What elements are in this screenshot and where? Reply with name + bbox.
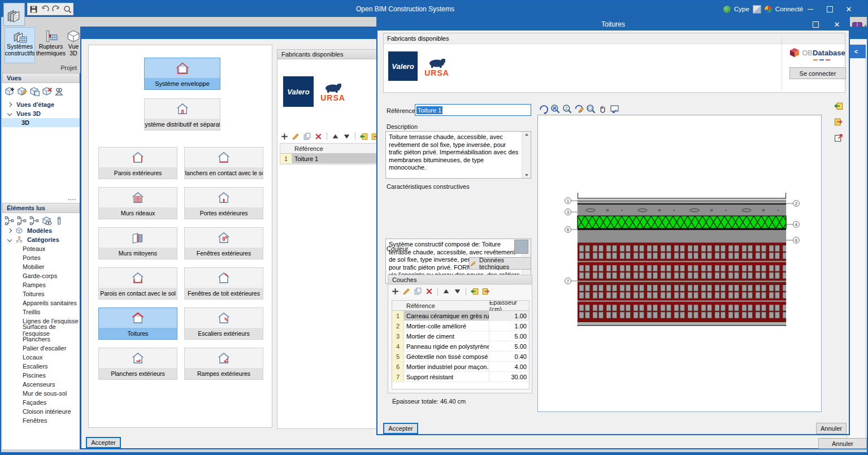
tree-item-categories[interactable]: Catégories bbox=[2, 235, 80, 244]
add-icon[interactable] bbox=[280, 132, 289, 141]
category-item[interactable]: Appareils sanitaires bbox=[2, 298, 80, 307]
category-item[interactable]: Ascenseurs bbox=[2, 380, 80, 389]
couche-row[interactable]: 4 Panneau rigide en polystyrène... 5.00 bbox=[392, 341, 529, 352]
redraw-icon[interactable] bbox=[538, 103, 549, 114]
scroll-up-icon[interactable] bbox=[525, 133, 528, 136]
couche-row[interactable]: 5 Géotextile non tissé composé ... 0.40 bbox=[392, 352, 529, 362]
expand-tree-icon[interactable] bbox=[4, 215, 15, 226]
technical-data-button[interactable]: Données techniques bbox=[469, 257, 531, 270]
system-category-button[interactable]: Parois extérieures bbox=[98, 147, 177, 179]
category-item[interactable]: Façades bbox=[2, 398, 80, 407]
camera-view-icon[interactable] bbox=[54, 86, 64, 97]
move-up-icon[interactable] bbox=[441, 287, 451, 296]
sync-cube-icon[interactable] bbox=[753, 5, 761, 14]
collapse-branch-icon[interactable] bbox=[16, 215, 27, 226]
chevron-right-icon[interactable] bbox=[7, 228, 12, 233]
chevron-down-icon[interactable] bbox=[7, 111, 12, 116]
category-item[interactable]: Toitures bbox=[2, 289, 80, 298]
dialog-accept-button[interactable]: Accepter bbox=[383, 423, 418, 434]
valero-logo[interactable]: Valero bbox=[283, 76, 314, 107]
category-item[interactable]: Rampes bbox=[2, 280, 80, 289]
system-category-button[interactable]: Rampes extérieures bbox=[184, 348, 263, 380]
visibility-cube-icon[interactable] bbox=[41, 215, 52, 226]
ursa-logo[interactable]: URSA bbox=[317, 82, 349, 107]
category-item[interactable]: Mur de sous-sol bbox=[2, 389, 80, 398]
open-external-icon[interactable] bbox=[833, 132, 844, 143]
zoom-fit-icon[interactable] bbox=[550, 103, 561, 114]
close-button[interactable]: ✕ bbox=[839, 1, 858, 17]
category-item[interactable]: Portes bbox=[2, 253, 80, 262]
delete-icon[interactable] bbox=[314, 132, 323, 141]
tree-item-vues-3d[interactable]: Vues 3D bbox=[2, 109, 80, 118]
ribbon-tab-rupteurs-thermiques[interactable]: Rupteurs thermiques bbox=[36, 27, 66, 63]
add-view-icon[interactable] bbox=[4, 86, 15, 97]
toitures-titlebar[interactable]: Toitures ✕ bbox=[377, 18, 849, 31]
export-icon[interactable] bbox=[481, 287, 491, 296]
column-header-reference[interactable]: Référence bbox=[292, 145, 376, 152]
connect-button[interactable]: Se connecter bbox=[789, 67, 846, 79]
valero-logo[interactable]: Valero bbox=[388, 51, 418, 81]
reference-input[interactable]: Toiture 1 bbox=[415, 104, 531, 116]
panel-resize-handle[interactable]: •••• bbox=[68, 197, 76, 202]
system-category-button[interactable]: Murs rideaux bbox=[98, 187, 177, 219]
category-item[interactable]: Treillis bbox=[2, 307, 80, 317]
systems-accept-button[interactable]: Accepter bbox=[86, 437, 121, 448]
category-item[interactable]: Surfaces de l'esquisse bbox=[2, 326, 80, 335]
move-up-icon[interactable] bbox=[331, 132, 340, 141]
import-icon[interactable] bbox=[359, 132, 368, 141]
description-textarea[interactable]: Toiture terrasse chaude, accessible, ave… bbox=[385, 131, 531, 179]
category-item[interactable]: Locaux bbox=[2, 353, 80, 362]
export-icon[interactable] bbox=[833, 116, 844, 127]
scroll-down-icon[interactable] bbox=[525, 174, 528, 176]
category-item[interactable]: Palier d'escalier bbox=[2, 344, 80, 353]
category-item[interactable]: Poteaux bbox=[2, 244, 80, 253]
redraw-edit-icon[interactable] bbox=[574, 103, 584, 114]
category-item[interactable]: Mobilier bbox=[2, 262, 80, 271]
preview-canvas[interactable]: 1234567 bbox=[537, 115, 822, 412]
minimize-button[interactable] bbox=[801, 1, 820, 17]
copy-icon[interactable] bbox=[302, 132, 312, 141]
undo-icon[interactable] bbox=[40, 5, 50, 14]
dialog-close-button[interactable]: ✕ bbox=[826, 18, 848, 31]
system-category-button[interactable]: Toitures bbox=[98, 307, 177, 340]
duplicate-view-icon[interactable] bbox=[29, 86, 40, 97]
couche-row[interactable]: 3 Mortier de ciment 5.00 bbox=[392, 331, 529, 341]
zoom-scale-icon[interactable] bbox=[562, 103, 572, 114]
category-item[interactable]: Piscines bbox=[2, 371, 80, 380]
dialog-cancel-button[interactable]: Annuler bbox=[816, 423, 847, 434]
tree-item-3d[interactable]: 3D bbox=[2, 118, 80, 127]
ursa-logo[interactable]: URSA bbox=[421, 57, 453, 82]
edit-icon[interactable] bbox=[291, 132, 301, 141]
cype-account-button[interactable]: Cype bbox=[734, 6, 749, 12]
search-icon[interactable] bbox=[63, 5, 72, 14]
system-category-button[interactable]: Planchers en contact avec le sol bbox=[184, 147, 263, 179]
system-category-button[interactable]: Parois en contact avec le sol bbox=[98, 267, 177, 300]
move-down-icon[interactable] bbox=[342, 132, 351, 141]
app-button[interactable] bbox=[3, 3, 25, 26]
maximize-button[interactable] bbox=[820, 1, 839, 17]
isolate-icon[interactable] bbox=[54, 215, 64, 226]
category-item[interactable]: Garde-corps bbox=[2, 271, 80, 280]
dialog-maximize-button[interactable] bbox=[805, 18, 826, 31]
system-category-button[interactable]: Portes extérieures bbox=[184, 187, 263, 219]
system-category-button[interactable]: Planchers extérieurs bbox=[98, 348, 177, 380]
move-down-icon[interactable] bbox=[453, 287, 462, 296]
copy-icon[interactable] bbox=[413, 287, 423, 296]
system-type-button[interactable]: Système distributif et séparatif bbox=[144, 98, 220, 131]
category-item[interactable]: Fenêtres bbox=[2, 416, 80, 425]
system-category-button[interactable]: Fenêtres extérieures bbox=[184, 227, 263, 259]
pan-icon[interactable] bbox=[597, 103, 608, 114]
column-header-reference[interactable]: Référence bbox=[404, 302, 489, 309]
zoom-window-icon[interactable] bbox=[585, 103, 596, 114]
redo-icon[interactable] bbox=[51, 5, 61, 14]
couche-row[interactable]: 6 Mortier industriel pour maçon... 4.00 bbox=[392, 362, 529, 372]
delete-view-icon[interactable] bbox=[41, 86, 52, 97]
edit-icon[interactable] bbox=[402, 287, 411, 296]
couche-row[interactable]: 7 Support résistant 30.00 bbox=[392, 372, 529, 382]
delete-icon[interactable] bbox=[424, 287, 434, 296]
category-item[interactable]: Escaliers bbox=[2, 362, 80, 371]
previous-view-icon[interactable] bbox=[609, 103, 620, 114]
couche-row[interactable]: 2 Mortier-colle amélioré 1.00 bbox=[392, 321, 529, 331]
system-type-button[interactable]: Système enveloppe bbox=[144, 58, 220, 90]
fabricant-row[interactable]: 1 Toiture 1 bbox=[280, 154, 376, 164]
